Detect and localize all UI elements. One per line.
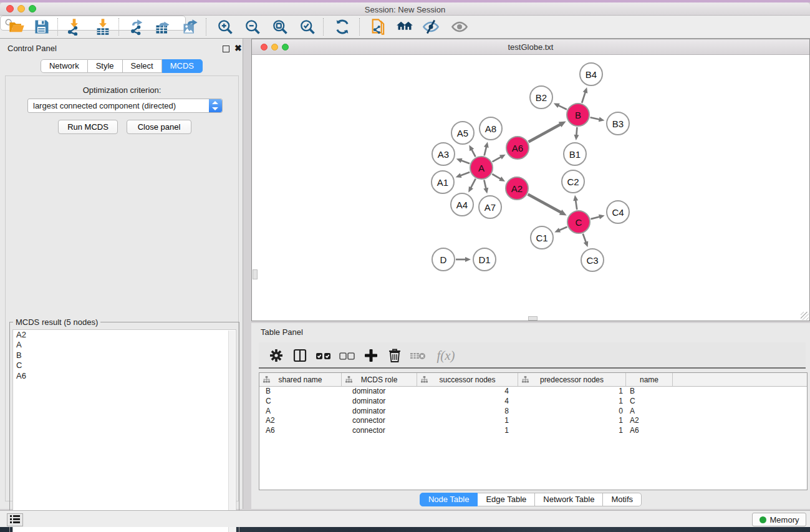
cell: 4 (417, 387, 518, 397)
graph-node-D1[interactable]: D1 (473, 248, 496, 271)
graph-edge-A2-C[interactable] (528, 195, 562, 213)
add-icon[interactable] (361, 346, 381, 365)
graph-node-B4[interactable]: B4 (579, 62, 603, 86)
graph-node-C3[interactable]: C3 (581, 248, 604, 272)
show-all-networks-icon[interactable] (393, 17, 417, 37)
graph-node-A6[interactable]: A6 (506, 136, 529, 160)
column-header-name[interactable]: name (626, 373, 673, 386)
table-header-row: shared nameMCDS rolesuccessor nodesprede… (259, 373, 807, 387)
graph-edge-B-B4[interactable] (582, 91, 586, 103)
columns-icon[interactable] (290, 346, 310, 365)
table-row[interactable]: A6connector11A6 (259, 426, 807, 436)
tab-mcds[interactable]: MCDS (162, 59, 203, 73)
scrollbar[interactable] (228, 331, 235, 532)
network-canvas[interactable]: B4B2BB3B1A5A8A6A3AA1A2A4A7C2CC4C1C3DD1 (252, 55, 809, 321)
mcds-result-item[interactable]: B (13, 351, 236, 360)
tab-network[interactable]: Network (41, 59, 88, 73)
new-network-from-selection-icon[interactable] (367, 17, 390, 37)
column-header-successor-nodes[interactable]: successor nodes (417, 373, 518, 386)
column-header-MCDS-role[interactable]: MCDS role (342, 373, 417, 386)
graph-node-B[interactable]: B (566, 103, 590, 127)
export-table-icon[interactable] (151, 17, 175, 37)
show-hidden-icon[interactable] (448, 17, 471, 37)
control-panel-title: Control Panel (7, 44, 57, 53)
tab-edge-table[interactable]: Edge Table (478, 493, 535, 506)
tab-style[interactable]: Style (88, 59, 123, 73)
graph-node-B1[interactable]: B1 (563, 142, 587, 166)
optimization-dropdown[interactable]: largest connected component (directed) (27, 99, 223, 113)
arrowhead-icon (573, 195, 578, 201)
graph-node-A5[interactable]: A5 (451, 121, 475, 145)
deselect-all-icon[interactable] (337, 346, 357, 365)
tab-motifs[interactable]: Motifs (603, 493, 642, 506)
gear-icon[interactable] (266, 346, 286, 365)
graph-node-A4[interactable]: A4 (450, 193, 474, 216)
delete-icon[interactable] (385, 346, 405, 365)
vertical-scrollbar[interactable] (253, 269, 258, 279)
graph-node-A2[interactable]: A2 (505, 177, 529, 200)
mcds-result-list[interactable]: A2ABCA6 (12, 329, 236, 532)
tab-node-table[interactable]: Node Table (420, 493, 478, 506)
arrowhead-icon (599, 215, 605, 220)
close-panel-icon[interactable]: ✖ (234, 45, 242, 52)
mcds-result-item[interactable]: A6 (13, 371, 236, 381)
memory-button[interactable]: Memory (752, 513, 806, 526)
delete-table-icon[interactable] (408, 346, 428, 365)
zoom-selected-icon[interactable] (296, 17, 319, 37)
graph-node-A3[interactable]: A3 (432, 142, 455, 166)
arrowhead-icon (584, 241, 589, 247)
graph-node-A7[interactable]: A7 (478, 195, 502, 219)
memory-label: Memory (770, 515, 799, 525)
graph-node-B2[interactable]: B2 (529, 85, 553, 109)
network-window-titlebar: testGlobe.txt (252, 39, 809, 55)
graph-node-C4[interactable]: C4 (606, 200, 630, 224)
zoom-out-icon[interactable] (241, 17, 264, 37)
graph-edge-A6-B[interactable] (529, 123, 562, 142)
zoom-in-icon[interactable] (213, 17, 237, 37)
cell: 1 (417, 416, 518, 426)
arrowhead-icon (483, 188, 488, 194)
zoom-fit-icon[interactable] (268, 17, 292, 37)
task-history-icon[interactable] (7, 513, 23, 526)
close-panel-button[interactable]: Close panel (127, 120, 191, 134)
graph-node-A1[interactable]: A1 (431, 170, 455, 194)
arrowhead-icon (583, 87, 588, 94)
graph-node-A8[interactable]: A8 (479, 117, 503, 140)
tab-network-table[interactable]: Network Table (535, 493, 603, 506)
select-all-icon[interactable] (314, 346, 334, 365)
graph-node-D[interactable]: D (432, 248, 455, 271)
dropdown-stepper-icon (209, 99, 222, 112)
graph-edge-A-A4[interactable] (470, 179, 476, 189)
memory-status-icon (759, 516, 766, 523)
import-table-icon[interactable] (91, 17, 115, 37)
attribute-icon (345, 376, 352, 383)
run-mcds-button[interactable]: Run MCDS (58, 120, 118, 134)
graph-node-C[interactable]: C (567, 210, 591, 234)
mcds-result-item[interactable]: A2 (13, 330, 236, 340)
resize-grip-icon[interactable] (801, 312, 809, 320)
graph-node-C2[interactable]: C2 (561, 170, 585, 193)
graph-node-A[interactable]: A (470, 156, 493, 180)
save-session-icon[interactable] (30, 17, 54, 37)
table-row[interactable]: Bdominator41B (259, 387, 807, 397)
graph-node-C1[interactable]: C1 (530, 226, 554, 249)
tab-select[interactable]: Select (123, 59, 162, 73)
mcds-result-item[interactable]: A (13, 340, 236, 350)
import-network-icon[interactable] (62, 17, 86, 37)
graph-node-B3[interactable]: B3 (606, 112, 630, 135)
open-session-icon[interactable] (5, 17, 29, 37)
function-builder-icon[interactable]: f(x) (432, 346, 460, 365)
horizontal-scrollbar[interactable] (528, 316, 538, 321)
table-row[interactable]: A2connector11A2 (259, 416, 807, 426)
arrowhead-icon (456, 173, 462, 178)
export-image-icon[interactable] (178, 17, 202, 37)
table-row[interactable]: Adominator80A (259, 407, 807, 417)
column-header-shared-name[interactable]: shared name (259, 373, 342, 386)
hide-selected-icon[interactable] (419, 17, 443, 37)
mcds-result-item[interactable]: C (13, 360, 236, 370)
refresh-icon[interactable] (330, 17, 354, 37)
table-row[interactable]: Cdominator41C (259, 397, 807, 407)
export-network-icon[interactable] (125, 17, 148, 37)
column-header-predecessor-nodes[interactable]: predecessor nodes (518, 373, 626, 386)
float-panel-icon[interactable] (223, 45, 229, 54)
